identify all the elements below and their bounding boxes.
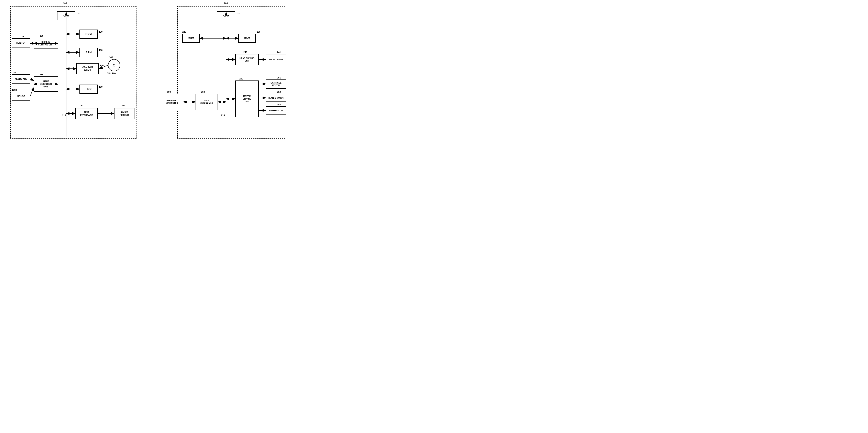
cd-rom-disc-label: CD - ROM [107, 72, 117, 74]
keyboard-box: KEYBOARD [12, 74, 30, 84]
carriage-motor-box: CARRIAGEMOTOR [266, 80, 286, 89]
left-cpu-box: CPU [57, 11, 75, 20]
left-hdd-box: HDD [80, 85, 98, 94]
display-control-box: DISPLAYCONTROL UNIT [34, 38, 58, 49]
cd-rom-disc-ref: 141 [109, 56, 113, 59]
inkjet-printer-box: INKJETPRINTER [114, 108, 134, 119]
input-detection-ref: 180 [40, 73, 43, 76]
left-cdrom-drive-ref: 140 [100, 64, 103, 67]
platen-motor-box: PLATEN MOTOR [266, 94, 286, 102]
left-usb-ref: 160 [80, 104, 83, 107]
left-usb-box: USBINTERFACE [75, 108, 98, 119]
left-bus-ref: 115 [62, 114, 66, 117]
platen-motor-ref: 252 [277, 91, 281, 93]
left-ram-ref: 130 [99, 49, 102, 51]
right-cpu-box: CPU [217, 11, 235, 20]
right-rom-box: ROM [182, 34, 199, 43]
carriage-motor-ref: 251 [277, 76, 281, 79]
left-hdd-ref: 150 [99, 86, 102, 88]
motor-driving-ref: 250 [239, 78, 243, 80]
right-usb-box: USBINTERFACE [195, 94, 218, 110]
right-bus-ref: 215 [221, 114, 225, 117]
feed-motor-ref: 253 [277, 103, 281, 106]
left-system-label: 100 [63, 2, 67, 4]
mouse-ref: 1182 [12, 89, 17, 91]
right-ram-ref: 230 [257, 31, 260, 33]
personal-computer-box: PERSONALCOMPUTER [161, 94, 183, 110]
motor-driving-box: MOTORDRIVINGUNIT [235, 81, 259, 117]
right-rom-ref: 220 [182, 31, 186, 33]
right-ram-box: RAM [238, 34, 256, 43]
monitor-ref: 171 [20, 35, 24, 38]
inkjet-head-ref: 241 [277, 51, 281, 53]
head-driving-box: HEAD DRIVINGUNIT [235, 54, 259, 65]
right-cpu-ref: 210 [236, 12, 240, 15]
keyboard-ref: 181 [12, 71, 16, 74]
monitor-box: MONITOR [12, 38, 30, 48]
cd-rom-disc [108, 59, 120, 71]
left-cpu-ref: 110 [76, 12, 80, 15]
inkjet-head-box: INKJET HEAD [266, 54, 286, 65]
inkjet-printer-ref: 200 [121, 104, 125, 107]
display-control-ref: 170 [40, 35, 43, 37]
left-ram-box: RAM [80, 48, 98, 57]
personal-computer-ref: 100 [167, 91, 171, 93]
left-cdrom-drive-box: CD - ROMDRIVE [76, 63, 99, 74]
right-system-label: 200 [224, 2, 228, 4]
mouse-box: MOUSE [12, 92, 30, 101]
right-system-border [177, 6, 285, 138]
diagram: 100 200 CPU 110 ROM 120 RAM 130 CD - ROM… [0, 0, 289, 144]
right-usb-ref: 260 [201, 91, 205, 93]
left-rom-box: ROM [80, 30, 98, 39]
input-detection-box: INPUTDETECTIONUNIT [34, 76, 58, 92]
left-rom-ref: 120 [99, 31, 102, 33]
head-driving-ref: 240 [243, 51, 247, 53]
feed-motor-box: FEED MOTOR [266, 106, 286, 115]
